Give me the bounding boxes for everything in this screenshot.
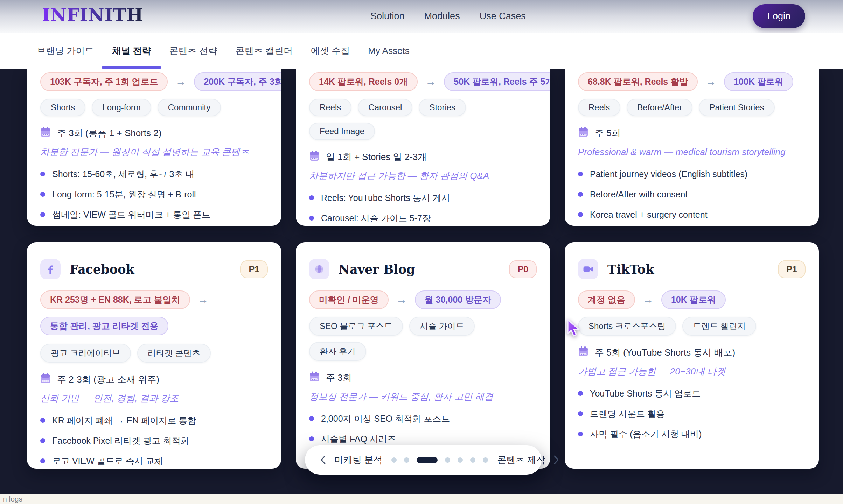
content-tag-row: ShortsLong-formCommunity xyxy=(40,99,268,116)
bullet-text: Patient journey videos (English subtitle… xyxy=(590,168,747,180)
pager-next-button[interactable]: 콘텐츠 제작 xyxy=(497,454,560,466)
content-tag: Patient Stories xyxy=(699,99,774,116)
strategy-bullet-list: Patient journey videos (English subtitle… xyxy=(578,168,806,220)
pager-dot-6[interactable] xyxy=(483,457,488,463)
bullet-dot xyxy=(40,172,45,176)
pager-prev-label: 마케팅 분석 xyxy=(334,454,382,466)
brand-logo[interactable]: INFINITH xyxy=(42,5,144,26)
strategy-bullet-list: KR 페이지 폐쇄 → EN 페이지로 통합Facebook Pixel 리타겟… xyxy=(40,414,268,467)
bullet-dot xyxy=(309,216,314,220)
section-pager: 마케팅 분석 콘텐츠 제작 xyxy=(305,445,542,475)
priority-badge: P0 xyxy=(509,260,537,278)
strategy-bullet: Patient journey videos (English subtitle… xyxy=(578,168,806,180)
state-badge-row: KR 253명 + EN 88K, 로고 불일치→ xyxy=(40,290,268,309)
content-tag: Community xyxy=(158,99,221,116)
posting-schedule-text: 일 1회 + Stories 일 2-3개 xyxy=(326,151,427,163)
pager-dots xyxy=(382,457,497,463)
pager-dot-4[interactable] xyxy=(458,457,463,463)
bullet-dot xyxy=(40,418,45,423)
posting-schedule: 일 1회 + Stories 일 2-3개 xyxy=(309,150,537,164)
tab-item-4[interactable]: 에셋 수집 xyxy=(311,45,350,57)
site-header: INFINITH SolutionModulesUse Cases Login xyxy=(0,0,843,33)
login-button[interactable]: Login xyxy=(753,4,805,28)
content-tag-row: SEO 블로그 포스트시술 가이드환자 후기 xyxy=(309,317,537,361)
tab-item-1[interactable]: 채널 전략 xyxy=(112,45,151,57)
calendar-icon xyxy=(309,371,320,385)
bullet-dot xyxy=(40,458,45,463)
posting-schedule-text: 주 5회 xyxy=(595,127,621,139)
tab-item-2[interactable]: 콘텐츠 전략 xyxy=(169,45,217,57)
bullet-dot xyxy=(578,212,583,217)
tab-item-5[interactable]: My Assets xyxy=(368,46,409,56)
nav-item-2[interactable]: Use Cases xyxy=(480,11,526,22)
pager-next-label: 콘텐츠 제작 xyxy=(497,454,545,466)
posting-schedule: 주 2-3회 (광고 소재 위주) xyxy=(40,372,268,386)
posting-schedule-text: 주 5회 (YouTube Shorts 동시 배포) xyxy=(595,346,735,359)
content-tag: Reels xyxy=(309,99,351,116)
tab-item-0[interactable]: 브랜딩 가이드 xyxy=(37,45,94,57)
arrow-right-icon: → xyxy=(175,76,186,87)
priority-badge: P1 xyxy=(240,260,268,278)
card-title: TikTok xyxy=(607,262,654,276)
bullet-text: 트렌딩 사운드 활용 xyxy=(590,408,665,420)
content-tag: 환자 후기 xyxy=(309,342,366,361)
state-badge-row: 미확인 / 미운영→월 30,000 방문자 xyxy=(309,290,537,309)
current-state-badge: 미확인 / 미운영 xyxy=(309,290,389,309)
channel-card-facebook: FacebookP1KR 253명 + EN 88K, 로고 불일치→통합 관리… xyxy=(27,242,281,469)
content-tag: SEO 블로그 포스트 xyxy=(309,317,403,336)
main-nav: SolutionModulesUse Cases xyxy=(370,0,526,33)
posting-schedule-text: 주 3회 xyxy=(326,372,352,384)
bullet-text: Shorts: 15-60초, 세로형, 후크 3초 내 xyxy=(52,168,194,180)
pager-dot-0[interactable] xyxy=(391,457,397,463)
tone-description: 차분한 전문가 — 원장이 직접 설명하는 교육 콘텐츠 xyxy=(40,145,268,159)
calendar-icon xyxy=(40,373,51,386)
chevron-right-icon xyxy=(553,455,560,465)
pager-dot-5[interactable] xyxy=(470,457,475,463)
content-tag-row: ReelsBefore/AfterPatient Stories xyxy=(578,99,806,116)
bullet-dot xyxy=(578,411,583,416)
content-tag-row: 광고 크리에이티브리타겟 콘텐츠 xyxy=(40,344,268,363)
pager-prev-button[interactable]: 마케팅 분석 xyxy=(320,454,382,466)
globe-icon xyxy=(309,259,329,279)
tone-description: 가볍고 접근 가능한 — 20~30대 타겟 xyxy=(578,364,806,378)
bullet-dot xyxy=(40,212,45,217)
pager-dot-3[interactable] xyxy=(445,457,450,463)
bullet-dot xyxy=(578,172,583,176)
card-header: TikTokP1 xyxy=(578,259,806,279)
arrow-right-icon: → xyxy=(425,76,436,87)
nav-item-1[interactable]: Modules xyxy=(424,11,460,22)
current-state-badge: 103K 구독자, 주 1회 업로드 xyxy=(40,72,168,91)
status-bar: n logs xyxy=(0,494,843,504)
channel-card-tiktok: TikTokP1계정 없음→10K 팔로워Shorts 크로스포스팅트렌드 챌린… xyxy=(565,242,819,469)
bullet-text: KR 페이지 폐쇄 → EN 페이지로 통합 xyxy=(52,414,196,426)
target-badge-row: 통합 관리, 광고 리타겟 전용 xyxy=(40,317,268,335)
tone-description: 신뢰 기반 — 안전, 경험, 결과 강조 xyxy=(40,391,268,405)
calendar-icon xyxy=(40,126,51,140)
strategy-bullet-list: Reels: YouTube Shorts 동시 게시Carousel: 시술 … xyxy=(309,192,537,226)
strategy-bullet: 2,000자 이상 SEO 최적화 포스트 xyxy=(309,413,537,425)
strategy-bullet-list: Shorts: 15-60초, 세로형, 후크 3초 내Long-form: 5… xyxy=(40,168,268,220)
calendar-icon xyxy=(309,150,320,164)
card-header: Naver BlogP0 xyxy=(309,259,537,279)
bullet-text: 시술별 FAQ 시리즈 xyxy=(321,433,396,445)
bullet-dot xyxy=(578,192,583,197)
bullet-dot xyxy=(309,195,314,200)
bullet-text: YouTube Shorts 동시 업로드 xyxy=(590,387,701,399)
arrow-right-icon: → xyxy=(643,294,654,305)
status-bar-text: n logs xyxy=(3,495,22,503)
nav-item-0[interactable]: Solution xyxy=(370,11,405,22)
posting-schedule: 주 5회 xyxy=(578,126,806,140)
bullet-dot xyxy=(578,432,583,436)
content-tag: Feed Image xyxy=(309,122,375,140)
strategy-bullet: Before/After with consent xyxy=(578,188,806,200)
strategy-bullet: Carousel: 시술 가이드 5-7장 xyxy=(309,212,537,224)
pager-dot-1[interactable] xyxy=(404,457,409,463)
card-title: Facebook xyxy=(70,262,134,276)
pager-dot-2[interactable] xyxy=(417,457,438,463)
bullet-dot xyxy=(40,192,45,197)
content-tag: Before/After xyxy=(627,99,692,116)
posting-schedule: 주 5회 (YouTube Shorts 동시 배포) xyxy=(578,345,806,359)
content-tag: 리타겟 콘텐츠 xyxy=(137,344,211,363)
current-state-badge: KR 253명 + EN 88K, 로고 불일치 xyxy=(40,290,190,309)
tab-item-3[interactable]: 콘텐츠 캘린더 xyxy=(236,45,293,57)
